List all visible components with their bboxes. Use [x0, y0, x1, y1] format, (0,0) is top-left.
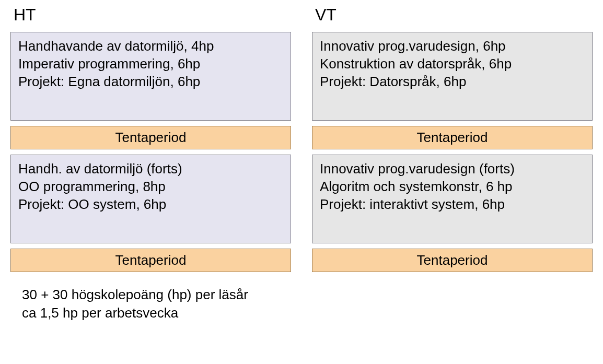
vt-course-block-1: Innovativ prog.varudesign, 6hp Konstrukt… — [312, 32, 593, 121]
course-line: Innovativ prog.varudesign, 6hp — [320, 38, 585, 55]
ht-course-block-1: Handhavande av datormiljö, 4hp Imperativ… — [10, 32, 291, 121]
footer-notes: 30 + 30 högskolepoäng (hp) per läsår ca … — [22, 286, 593, 322]
ht-header: HT — [14, 5, 291, 25]
course-line: Projekt: Datorspråk, 6hp — [320, 73, 585, 91]
ht-tenta-1: Tentaperiod — [10, 126, 291, 149]
vt-tenta-1: Tentaperiod — [312, 126, 593, 149]
course-line: Konstruktion av datorspråk, 6hp — [320, 55, 585, 73]
footer-line-2: ca 1,5 hp per arbetsvecka — [22, 304, 593, 322]
vt-course-block-2: Innovativ prog.varudesign (forts) Algori… — [312, 155, 593, 243]
vt-header: VT — [315, 5, 593, 25]
ht-column: HT Handhavande av datormiljö, 4hp Impera… — [10, 5, 291, 272]
course-line: Handh. av datormiljö (forts) — [18, 160, 283, 178]
course-line: Projekt: Egna datormiljön, 6hp — [18, 73, 283, 91]
course-line: Projekt: OO system, 6hp — [18, 196, 283, 214]
course-line: Imperativ programmering, 6hp — [18, 55, 283, 73]
course-line: OO programmering, 8hp — [18, 178, 283, 196]
course-line: Innovativ prog.varudesign (forts) — [320, 160, 585, 178]
vt-column: VT Innovativ prog.varudesign, 6hp Konstr… — [312, 5, 593, 272]
vt-tenta-2: Tentaperiod — [312, 249, 593, 272]
course-line: Algoritm och systemkonstr, 6 hp — [320, 178, 585, 196]
ht-tenta-2: Tentaperiod — [10, 249, 291, 272]
ht-course-block-2: Handh. av datormiljö (forts) OO programm… — [10, 155, 291, 243]
course-line: Handhavande av datormiljö, 4hp — [18, 38, 283, 55]
course-line: Projekt: interaktivt system, 6hp — [320, 196, 585, 214]
semester-columns: HT Handhavande av datormiljö, 4hp Impera… — [10, 5, 593, 272]
footer-line-1: 30 + 30 högskolepoäng (hp) per läsår — [22, 286, 593, 304]
